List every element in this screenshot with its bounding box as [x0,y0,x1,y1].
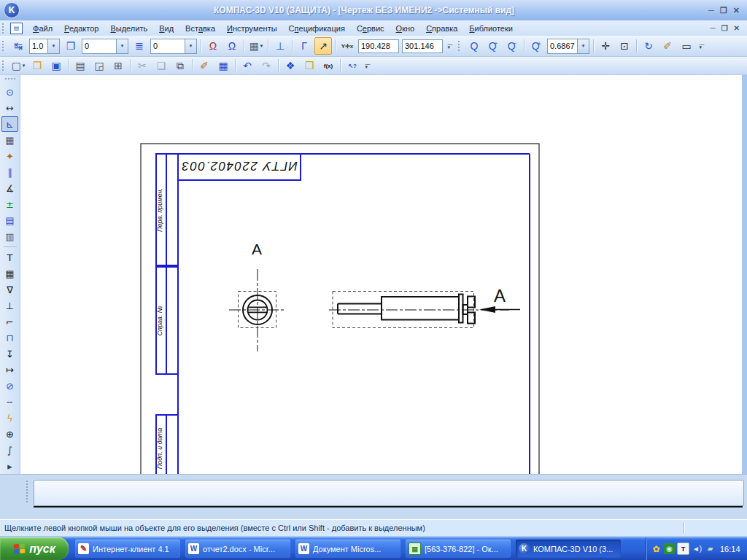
wave-line-icon[interactable]: ϟ [1,410,18,426]
centerline-icon[interactable]: ╌ [1,394,18,410]
grid-icon[interactable]: ▦▾ [247,37,265,55]
usb-device-icon[interactable]: ▰ [705,543,716,554]
menu-item-библиотеки[interactable]: Библиотеки [463,23,519,34]
local-cs-icon[interactable]: ⊥ [271,37,289,55]
minimize-button[interactable]: ─ [708,6,714,15]
toolbar-overflow-button[interactable]: —▾ [446,39,454,53]
measure-icon[interactable]: ∡ [1,180,18,196]
designations-icon[interactable]: ⊾ [1,116,18,132]
paste-icon[interactable]: ⧉ [171,57,189,74]
dimensions-icon[interactable]: ↔ [1,100,18,116]
geometry-icon[interactable]: ⊙ [1,84,18,100]
zoom-scale-icon[interactable]: Q± [527,37,545,55]
taskbar-button[interactable]: ✎Интернет-клиент 4.1 [75,540,180,558]
print-preview-icon[interactable]: ◲ [90,57,108,74]
toolbar-overflow-button[interactable]: —▾ [697,39,706,53]
construction-designations-icon[interactable]: ▦ [1,132,18,148]
brand-leader-icon[interactable]: ⊓ [1,330,18,346]
more-tools-icon[interactable]: ▸ [1,458,18,474]
x-coordinate-input[interactable]: 190.428 [358,39,399,53]
menu-item-редактор[interactable]: Редактор [58,23,104,34]
new-document-icon[interactable]: ▢▾ [9,57,27,74]
taskbar-button[interactable]: Wотчет2.docx - Micr... [185,540,290,558]
menu-item-справка[interactable]: Справка [420,23,463,34]
parametrization-icon[interactable]: ∥ [1,164,18,180]
volume-icon[interactable]: ◄) [692,543,703,554]
show-document-icon[interactable]: ▭ [678,37,695,55]
selection-icon[interactable]: ± [1,196,18,212]
copy-properties-icon[interactable]: ✐ [196,57,213,74]
antivirus-icon[interactable]: ◉ [664,543,675,554]
table-tool-icon[interactable]: ▦ [1,265,18,281]
pan-icon[interactable]: ✛ [597,37,614,55]
save-icon[interactable]: ▣ [47,57,65,74]
close-button[interactable]: ✕ [733,6,740,15]
zoom-combo[interactable]: 0.6867▾ [547,39,589,54]
cursor-step-icon[interactable]: ↹ [9,37,27,55]
context-help-icon[interactable]: ↖? [344,57,361,74]
send-to-icon[interactable]: ⊞ [109,57,127,74]
snap-settings-icon[interactable]: Ω [204,37,222,55]
zoom-rect-icon[interactable]: Q [465,37,483,55]
taskbar-button[interactable]: WДокумент Micros... [295,540,400,558]
undo-icon[interactable]: ↶ [239,57,256,74]
language-switcher-icon[interactable]: T [677,542,689,555]
redo-icon[interactable]: ↷ [258,57,275,74]
menu-grip[interactable] [2,23,6,34]
menu-item-выделить[interactable]: Выделить [104,23,153,34]
local-snap-icon[interactable]: Ω [223,37,241,55]
layer-combo[interactable]: 0▾ [150,39,197,54]
roughness-icon[interactable]: ∇ [1,281,18,298]
menu-item-сервис[interactable]: Сервис [351,23,390,34]
menu-item-инструменты[interactable]: Инструменты [221,23,283,34]
menu-item-файл[interactable]: Файл [27,23,58,34]
properties-icon[interactable]: ▦ [214,57,232,74]
view-arrow-down-icon[interactable]: ↧ [1,346,18,362]
zoom-in-icon[interactable]: Q+ [484,37,502,55]
view-arrow-icon[interactable]: ↦ [1,362,18,378]
layers-icon[interactable]: ≣ [131,37,148,55]
print-icon[interactable]: ▤ [71,57,89,74]
reports-icon[interactable]: ▥ [1,228,18,244]
panel-grip[interactable] [5,78,15,82]
editing-icon[interactable]: ✦ [1,148,18,164]
toolbar-grip[interactable] [2,61,6,71]
menu-item-спецификация[interactable]: Спецификация [283,23,351,34]
taskbar-button[interactable]: ▤[563-376-822] - Ок... [406,540,511,558]
rounding-snap-icon[interactable]: ↗ [314,37,332,55]
library-manager-icon[interactable]: ❒ [301,57,318,74]
zoom-out-icon[interactable]: Q− [503,37,521,55]
specification-icon[interactable]: ▤ [1,212,18,228]
menu-item-вставка[interactable]: Вставка [179,23,221,34]
property-bar-grip[interactable] [26,481,28,502]
variables-icon[interactable]: f(x) [320,57,337,74]
copy-views-icon[interactable]: ❐ [62,37,80,55]
datum-icon[interactable]: ⊥ [1,298,18,314]
start-button[interactable]: пуск [0,537,69,560]
toolbar-grip[interactable] [458,41,462,51]
open-icon[interactable]: ❐ [28,57,46,74]
ortho-drawing-icon[interactable]: Γ [295,37,313,55]
copy-icon[interactable]: ❏ [152,57,170,74]
child-close-button[interactable]: ✕ [734,24,740,32]
y-coordinate-input[interactable]: 301.146 [402,39,443,53]
menu-item-вид[interactable]: Вид [153,23,179,34]
document-icon[interactable]: ▤ [10,23,23,34]
view-combo[interactable]: 0▾ [82,39,128,54]
restore-button[interactable]: ❐ [720,6,727,15]
property-panel[interactable] [34,480,744,506]
toolbar-grip[interactable] [2,41,6,51]
section-line-icon[interactable]: ⊘ [1,378,18,394]
spline-icon[interactable]: ∫ [1,442,18,458]
toolbar-overflow-button[interactable]: —▾ [363,58,372,73]
taskbar-button[interactable]: KКОМПАС-3D V10 (3... [516,540,621,558]
cut-icon[interactable]: ✂ [133,57,151,74]
drawing-canvas[interactable]: ИГТУ 220402.003 Перв. примен. Справ. № П… [20,75,742,474]
leader-icon[interactable]: ⌐ [1,314,18,330]
menu-item-окно[interactable]: Окно [390,23,421,34]
refresh-image-icon[interactable]: ↻ [640,37,657,55]
text-tool-icon[interactable]: T [1,249,18,265]
center-mark-icon[interactable]: ⊕ [1,426,18,442]
child-minimize-button[interactable]: ─ [711,24,716,32]
redraw-icon[interactable]: ✐ [659,37,676,55]
